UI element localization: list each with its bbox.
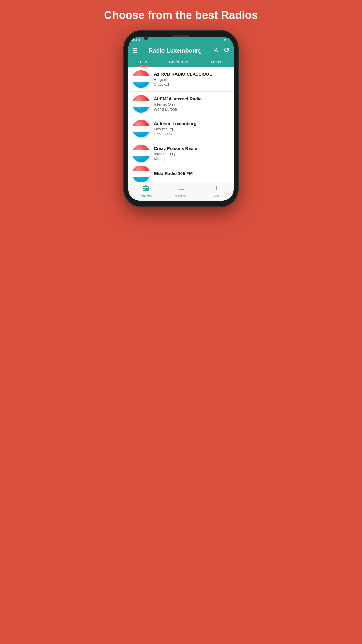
station-info: A1 RCB RADIO CLASSIQUE Bergem Classical [154,71,230,87]
station-location: Bergem [154,77,230,82]
station-flag [132,70,150,88]
station-location: Luxemburg [154,127,230,131]
station-info: AirFM24 Internet Radio Internet Only Wor… [154,96,230,111]
station-item[interactable]: Crazy Poisons Radio Internet Only Variet… [128,141,234,166]
station-item[interactable]: Eldo Radio 105 FM [128,166,234,182]
add-label: Add [213,194,219,198]
station-location: Internet Only [154,152,230,156]
bottom-nav: Stations Sorted by ... Add [128,182,234,201]
sorted-label: Sorted by ... [172,194,189,198]
station-item[interactable]: Antenne Luxemburg Luxemburg Pop | Rock [128,116,234,141]
station-flag [132,120,150,137]
station-name: AirFM24 Internet Radio [154,96,230,101]
station-name: A1 RCB RADIO CLASSIQUE [154,71,230,76]
station-genre: Classical [154,82,230,87]
tab-added[interactable]: ADDED [205,57,229,67]
station-info: Eldo Radio 105 FM [154,171,230,177]
station-flag [132,145,150,162]
station-item[interactable]: AirFM24 Internet Radio Internet Only Wor… [128,92,234,116]
radio-icon [142,185,149,193]
bottom-nav-add[interactable]: Add [198,185,234,198]
page-headline: Choose from the best Radios [104,9,258,22]
station-flag [132,95,150,113]
phone-device: M M M ... 15:14 ☰ Radio Luxembourg [124,31,238,206]
station-info: Crazy Poisons Radio Internet Only Variet… [154,146,230,161]
bottom-nav-stations[interactable]: Stations [128,185,164,198]
app-bar: ☰ Radio Luxembourg [128,44,234,57]
station-genre: World Europe [154,107,230,111]
station-flag [132,166,150,182]
station-genre: Pop | Rock [154,132,230,136]
tab-az[interactable]: A...Z [133,57,153,67]
station-list: A1 RCB RADIO CLASSIQUE Bergem Classical … [128,67,234,182]
status-bar-left: M M M ... [132,39,143,42]
phone-camera [144,36,148,40]
station-name: Antenne Luxemburg [154,121,230,126]
station-location: Internet Only [154,102,230,106]
station-genre: Variety [154,157,230,161]
list-icon [178,185,184,193]
tab-favorites[interactable]: FAVORITES [163,57,194,67]
status-time: 15:14 [224,39,230,42]
add-icon [213,185,220,193]
stations-label: Stations [140,194,152,198]
app-bar-actions [213,47,230,55]
station-name: Crazy Poisons Radio [154,146,230,151]
status-bar-right: 15:14 [224,39,230,42]
app-title: Radio Luxembourg [140,47,210,54]
tab-bar: A...Z FAVORITES ADDED [128,57,234,67]
refresh-icon[interactable] [223,47,230,55]
station-info: Antenne Luxemburg Luxemburg Pop | Rock [154,121,230,136]
notification-icons: M M M ... [132,39,143,42]
station-item[interactable]: A1 RCB RADIO CLASSIQUE Bergem Classical [128,67,234,92]
search-icon[interactable] [213,47,219,55]
phone-screen: M M M ... 15:14 ☰ Radio Luxembourg [128,37,234,201]
bottom-nav-sorted[interactable]: Sorted by ... [164,185,199,198]
menu-icon[interactable]: ☰ [132,47,138,54]
station-name: Eldo Radio 105 FM [154,171,230,176]
